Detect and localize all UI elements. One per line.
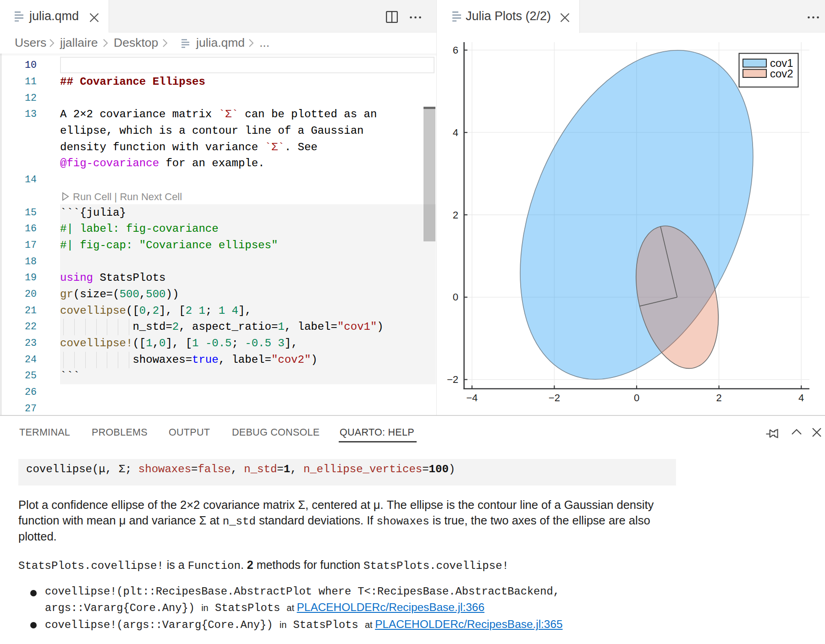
svg-text:0: 0 [634,392,639,404]
svg-text:−2: −2 [447,374,458,385]
svg-text:2: 2 [716,392,721,404]
svg-text:4: 4 [453,127,458,138]
svg-text:4: 4 [798,392,804,404]
svg-text:−2: −2 [549,392,560,404]
svg-text:2: 2 [453,209,458,221]
svg-text:cov2: cov2 [770,67,793,80]
svg-text:−4: −4 [466,392,478,404]
svg-text:0: 0 [453,291,458,303]
svg-text:6: 6 [453,44,458,56]
